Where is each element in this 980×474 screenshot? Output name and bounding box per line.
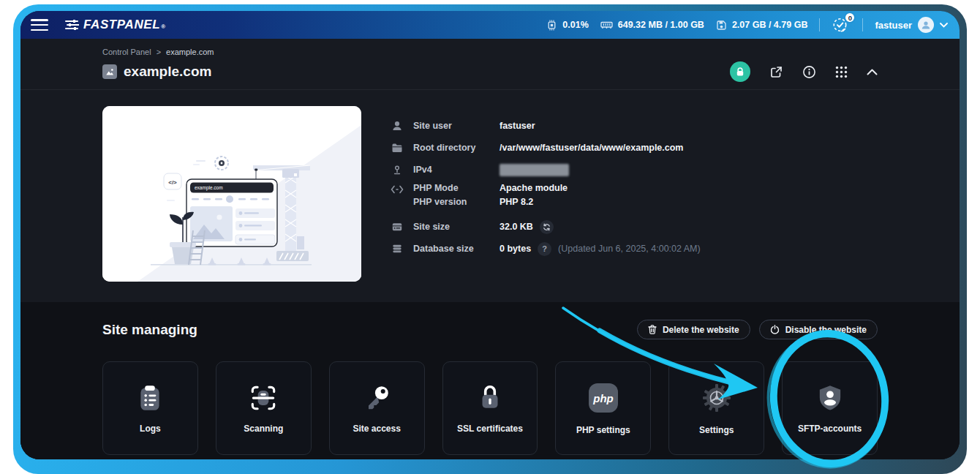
folder-icon xyxy=(391,142,403,154)
detail-label: Root directory xyxy=(413,143,500,153)
topbar-divider-2 xyxy=(862,18,863,31)
tile-php-settings[interactable]: php PHP settings xyxy=(555,361,651,455)
detail-row-root-directory: Root directory /var/www/fastuser/data/ww… xyxy=(391,137,878,159)
logs-icon xyxy=(135,383,165,413)
window-frame: FASTPANEL ® 0.01% xyxy=(13,4,967,474)
ssl-certificates-lock-icon xyxy=(475,383,505,413)
user-icon xyxy=(391,120,403,132)
cpu-icon xyxy=(546,20,557,31)
user-menu[interactable]: fastuser xyxy=(875,17,948,33)
favicon-image-icon xyxy=(105,67,115,77)
disk-stat[interactable]: 2.07 GB / 4.79 GB xyxy=(716,20,808,31)
site-favicon xyxy=(102,64,117,79)
info-icon xyxy=(802,65,816,79)
site-details: Site user fastuser Root directory /var/w… xyxy=(391,106,878,282)
collapse-button[interactable] xyxy=(867,69,878,75)
avatar xyxy=(918,17,934,33)
detail-value: /var/www/fastuser/data/www/example.com xyxy=(500,143,683,153)
cpu-stat[interactable]: 0.01% xyxy=(546,20,588,31)
tile-settings[interactable]: Settings xyxy=(668,361,764,455)
site-managing-section: Site managing Delete the website Disable… xyxy=(20,302,960,459)
chevron-down-icon xyxy=(940,23,948,28)
disable-website-button[interactable]: Disable the website xyxy=(759,320,878,339)
section-title: Site managing xyxy=(102,322,197,338)
memory-icon xyxy=(600,20,613,30)
drive-icon xyxy=(391,221,403,233)
main-content: Control Panel > example.com example.com xyxy=(20,39,960,459)
tile-ssl-certificates[interactable]: SSL certificates xyxy=(442,361,538,455)
site-illustration: example.com xyxy=(102,106,361,282)
title-actions xyxy=(730,61,878,82)
cpu-value: 0.01% xyxy=(562,20,588,30)
detail-label: Site size xyxy=(413,222,500,232)
site-header: Control Panel > example.com example.com xyxy=(20,39,960,90)
detail-label: PHP Mode xyxy=(413,183,500,193)
tile-scanning[interactable]: Scanning xyxy=(216,361,312,455)
tile-label: SSL certificates xyxy=(457,424,523,434)
trash-icon xyxy=(648,325,657,334)
breadcrumb-control-panel[interactable]: Control Panel xyxy=(102,48,151,56)
app-window: FASTPANEL ® 0.01% xyxy=(20,11,960,459)
power-icon xyxy=(770,325,780,334)
apps-menu-button[interactable] xyxy=(835,66,848,78)
under-construction-illustration: example.com xyxy=(102,106,361,282)
managing-buttons: Delete the website Disable the website xyxy=(637,320,878,339)
menu-icon[interactable] xyxy=(31,19,48,31)
ipv4-redacted-value xyxy=(500,164,569,176)
detail-value: 32.0 KB xyxy=(500,222,533,232)
detail-value: PHP 8.2 xyxy=(500,197,533,207)
apps-grid-icon xyxy=(835,66,848,78)
top-bar: FASTPANEL ® 0.01% xyxy=(20,11,960,39)
illustration-address-text: example.com xyxy=(195,185,223,191)
refresh-icon xyxy=(543,223,551,231)
tasks-notifications[interactable]: 0 xyxy=(832,16,851,34)
open-site-button[interactable] xyxy=(769,65,783,79)
ssl-status-button[interactable] xyxy=(730,61,750,82)
avatar-icon xyxy=(921,20,931,30)
tile-label: Logs xyxy=(140,424,161,434)
managing-header: Site managing Delete the website Disable… xyxy=(102,320,878,339)
tile-label: Scanning xyxy=(244,424,283,434)
title-row: example.com xyxy=(102,61,878,82)
site-info-section: example.com xyxy=(20,90,960,302)
breadcrumb-separator: > xyxy=(157,48,161,56)
detail-value: 0 bytes xyxy=(500,244,531,254)
gear-icon xyxy=(700,381,734,415)
chevron-up-icon xyxy=(867,69,878,75)
location-pin-icon xyxy=(391,164,403,176)
detail-row-site-size: Site size 32.0 KB xyxy=(391,216,878,238)
detail-label: PHP version xyxy=(413,197,500,207)
php-icon: php xyxy=(587,381,620,415)
memory-value: 649.32 MB / 1.00 GB xyxy=(618,20,704,30)
tile-label: Settings xyxy=(699,425,734,435)
disk-value: 2.07 GB / 4.79 GB xyxy=(732,20,808,30)
brand-name: FASTPANEL xyxy=(83,18,160,32)
database-help-button[interactable]: ? xyxy=(538,242,551,256)
tile-site-access[interactable]: Site access xyxy=(329,361,425,455)
breadcrumb: Control Panel > example.com xyxy=(102,48,878,56)
username: fastuser xyxy=(875,20,912,31)
managing-tiles: Logs Sc xyxy=(102,361,878,455)
database-updated-note: (Updated Jun 6, 2025, 4:00:02 AM) xyxy=(558,244,701,254)
resource-stats: 0.01% 649.32 MB / 1.00 GB xyxy=(546,16,948,34)
disable-website-label: Disable the website xyxy=(785,325,867,335)
notifications-badge: 0 xyxy=(844,12,856,23)
memory-stat[interactable]: 649.32 MB / 1.00 GB xyxy=(600,20,704,30)
delete-website-button[interactable]: Delete the website xyxy=(637,320,750,339)
detail-row-database-size: Database size 0 bytes ? (Updated Jun 6, … xyxy=(391,238,878,260)
tile-sftp-accounts[interactable]: SFTP-accounts xyxy=(782,361,878,455)
page: FASTPANEL ® 0.01% xyxy=(0,0,980,474)
ssl-lock-status-icon xyxy=(736,67,745,77)
brand-logo[interactable]: FASTPANEL ® xyxy=(64,18,165,32)
detail-label: Site user xyxy=(413,121,500,131)
disk-icon xyxy=(716,20,727,31)
key-icon xyxy=(361,383,392,413)
tile-logs[interactable]: Logs xyxy=(102,361,198,455)
page-title: example.com xyxy=(124,64,211,80)
detail-row-site-user: Site user fastuser xyxy=(391,115,878,137)
recalculate-size-button[interactable] xyxy=(540,220,554,234)
site-info-button[interactable] xyxy=(802,65,816,79)
detail-value: Apache module xyxy=(500,183,568,193)
detail-value: fastuser xyxy=(500,121,535,131)
detail-label: IPv4 xyxy=(413,165,500,175)
